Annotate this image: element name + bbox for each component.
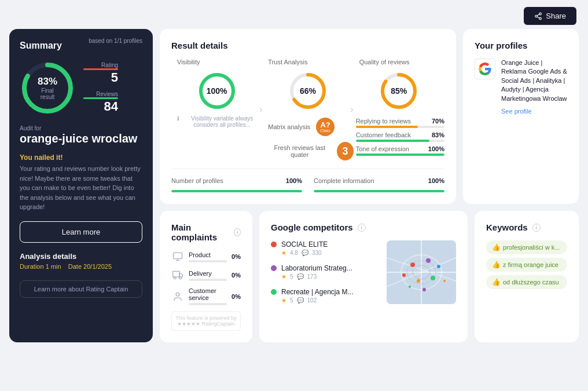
left-summary-panel: Summary based on 1/1 profiles 83% Final … xyxy=(9,29,153,342)
powered-by: This feature is powered by ★★★★★ RatingC… xyxy=(171,311,241,331)
delivery-icon xyxy=(171,269,184,282)
top-row: Result details Visibility 100% xyxy=(160,29,579,204)
quality-metric: Quality of reviews 85% xyxy=(354,59,444,160)
svg-point-30 xyxy=(422,288,426,291)
comment-icon-3: 💬 xyxy=(297,297,304,304)
keywords-card: Keywords i 👍 profesjonaliści w k... 👍 z … xyxy=(475,211,579,342)
replying-reviews-row: Replying to reviews 70% xyxy=(356,118,444,128)
fresh-reviews-value: 3 xyxy=(342,145,348,158)
competitors-header: Google competitors i xyxy=(271,222,456,232)
result-details-title: Result details xyxy=(171,41,444,50)
competitor-2: Laboratorium Strateg... ★ 5 💬 173 xyxy=(271,264,378,280)
thumb-icon-1: 👍 xyxy=(492,243,501,251)
keywords-title: Keywords xyxy=(486,222,528,232)
result-bottom-details: Number of profiles 100% Complete informa… xyxy=(171,177,444,192)
google-logo xyxy=(475,59,495,79)
svg-point-2 xyxy=(539,17,542,20)
based-on-text: based on 1/1 profiles xyxy=(89,38,142,44)
replying-reviews-value: 70% xyxy=(432,118,444,125)
duration-value: 1 min xyxy=(46,263,61,270)
keyword-3-text: od dłuższego czasu xyxy=(503,279,559,286)
keyword-2: 👍 z firmą orange juice xyxy=(486,258,567,272)
tone-expression-label: Tone of expression xyxy=(356,145,409,152)
right-content: Result details Visibility 100% xyxy=(160,29,579,342)
date-value: 20/1/2025 xyxy=(83,263,112,270)
share-button[interactable]: Share xyxy=(524,7,576,25)
rating-label: Rating xyxy=(83,62,118,68)
competitors-info-icon[interactable]: i xyxy=(358,224,366,232)
complaint-product-pct: 0% xyxy=(231,253,241,260)
your-profiles-title: Your profiles xyxy=(475,41,567,50)
analysis-details-section: Analysis details Duration 1 min Date 20/… xyxy=(20,252,142,270)
replying-reviews-label: Replying to reviews xyxy=(356,118,411,125)
svg-point-28 xyxy=(437,265,440,268)
complaints-info-icon[interactable]: i xyxy=(234,228,241,236)
competitor-2-reviews: 173 xyxy=(307,273,317,280)
final-result-donut: 83% Final result xyxy=(20,60,75,116)
fresh-reviews-row: Fresh reviews last quater 3 xyxy=(268,142,353,160)
keyword-3: 👍 od dłuższego czasu xyxy=(486,275,567,289)
share-label: Share xyxy=(546,12,566,20)
svg-point-0 xyxy=(539,13,542,15)
keywords-info-icon[interactable]: i xyxy=(532,224,541,232)
audit-info: Audit for orange-juice wroclaw xyxy=(20,125,142,145)
product-icon xyxy=(171,250,184,263)
quality-label: Quality of reviews xyxy=(354,59,444,65)
complaint-product-name: Product xyxy=(189,251,227,258)
nailed-it-desc: Your rating and reviews number look pret… xyxy=(20,164,142,212)
svg-line-3 xyxy=(537,16,539,17)
num-profiles-label: Number of profiles xyxy=(171,177,223,184)
competitor-1-reviews: 330 xyxy=(312,250,322,256)
final-result-percent: 83% xyxy=(34,76,61,87)
learn-more-button[interactable]: Learn more xyxy=(20,221,142,243)
complete-info-value: 100% xyxy=(428,177,444,184)
summary-title: Summary xyxy=(20,41,62,51)
tone-expression-row: Tone of expression 100% xyxy=(356,145,444,156)
see-profile-link[interactable]: See profile xyxy=(501,108,567,115)
keyword-2-text: z firmą orange juice xyxy=(503,261,558,268)
fresh-reviews-label: Fresh reviews last quater xyxy=(268,144,331,158)
complete-info-row: Complete information 100% xyxy=(314,177,444,184)
complaints-header: Main complaints i xyxy=(171,222,241,242)
competitor-2-dot xyxy=(271,265,277,271)
competitor-1-meta: ★ 4.8 💬 330 xyxy=(281,250,328,256)
score-area: 83% Final result Rating 5 Reviews 84 xyxy=(20,60,142,116)
competitors-title: Google competitors xyxy=(271,222,353,232)
reviews-value: 84 xyxy=(83,99,118,114)
quality-chart: 85% xyxy=(378,70,420,112)
svg-point-16 xyxy=(179,277,182,279)
comment-icon: 💬 xyxy=(302,250,308,256)
svg-point-1 xyxy=(535,15,538,17)
complaint-delivery-name: Delivery xyxy=(189,270,227,277)
detail-right: Complete information 100% xyxy=(314,177,444,192)
keyword-1: 👍 profesjonaliści w k... xyxy=(486,240,567,254)
complaints-title: Main complaints xyxy=(171,222,229,242)
visibility-value: 100% xyxy=(207,86,227,96)
competitor-2-name: Laboratorium Strateg... xyxy=(281,264,352,272)
competitors-list: SOCIAL ELITE ★ 4.8 💬 330 xyxy=(271,240,378,312)
svg-point-17 xyxy=(176,293,179,296)
powered-by-text: This feature is powered by xyxy=(175,315,237,321)
competitor-1-info: SOCIAL ELITE ★ 4.8 💬 330 xyxy=(281,240,328,256)
learn-more-rating-button[interactable]: Learn more about Rating Captain xyxy=(20,280,142,298)
competitor-2-rating: 5 xyxy=(290,273,293,280)
google-competitors-card: Google competitors i SOCIAL ELITE ★ 4.8 xyxy=(259,211,468,342)
analysis-title: Analysis details xyxy=(20,252,142,261)
final-result-label: Final result xyxy=(34,87,61,100)
competitor-1: SOCIAL ELITE ★ 4.8 💬 330 xyxy=(271,240,378,256)
date-label: Date xyxy=(68,263,82,270)
star-icon: ★ xyxy=(281,250,286,256)
visibility-note-text: Visibility variable always considers all… xyxy=(182,115,262,128)
svg-rect-13 xyxy=(174,253,182,259)
customer-service-icon xyxy=(171,290,184,303)
svg-rect-14 xyxy=(173,271,179,277)
complaint-product-info: Product xyxy=(189,251,227,262)
num-profiles-value: 100% xyxy=(286,177,302,184)
audit-for-label: Audit for xyxy=(20,125,142,131)
tone-expression-value: 100% xyxy=(428,145,444,152)
competitor-1-dot xyxy=(271,242,277,247)
competitors-inner: SOCIAL ELITE ★ 4.8 💬 330 xyxy=(271,240,456,312)
competitor-1-rating: 4.8 xyxy=(290,250,298,256)
detail-left: Number of profiles 100% xyxy=(171,177,302,192)
quality-value: 85% xyxy=(391,86,407,96)
